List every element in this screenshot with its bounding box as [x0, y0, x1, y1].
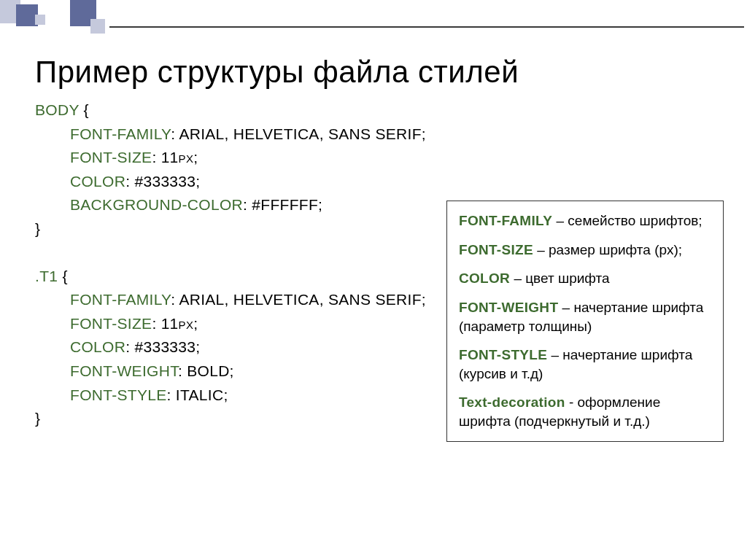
legend-item: Font-family – семейство шрифтов;	[459, 211, 711, 230]
legend-item: Color – цвет шрифта	[459, 269, 711, 288]
legend-item: Font-size – размер шрифта (px);	[459, 241, 711, 260]
page-title: Пример структуры файла стилей	[35, 55, 718, 90]
legend-box: Font-family – семейство шрифтов; Font-si…	[446, 201, 724, 442]
legend-item: Font-weight – начертание шрифта (парамет…	[459, 298, 711, 335]
legend-item: Font-style – начертание шрифта (курсив и…	[459, 346, 711, 383]
selector-body: Body	[35, 101, 79, 118]
slide-decoration	[0, 0, 747, 44]
legend-item: Text-decoration - оформление шрифта (под…	[459, 393, 711, 430]
selector-t1: .T1	[35, 268, 58, 284]
